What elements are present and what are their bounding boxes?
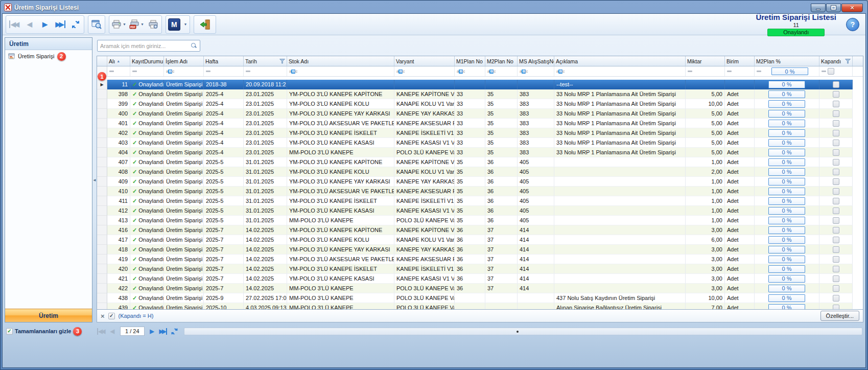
cell-kayit-durumu[interactable]: ✓Onaylandı (130, 206, 164, 216)
cell-ali[interactable]: 413 (107, 216, 130, 225)
row-indicator[interactable] (97, 187, 107, 196)
cell-birim[interactable]: Adet (725, 119, 755, 128)
cell-m2plan-no[interactable]: 35 (485, 109, 518, 119)
row-indicator[interactable] (97, 274, 107, 284)
cell-m1plan-no[interactable]: 36 (455, 255, 485, 264)
kapandi-checkbox[interactable] (833, 295, 839, 302)
cell-kapandi[interactable] (819, 216, 853, 225)
column-header-m2plan-pct[interactable]: M2Plan % (755, 56, 819, 66)
cell-kayit-durumu[interactable]: ✓Onaylandı (130, 89, 164, 99)
cell-tarih[interactable]: 14.02.2025 (244, 274, 287, 284)
cell-miktar[interactable]: 10,00 (686, 293, 725, 303)
cell-m1plan-no[interactable]: 36 (455, 245, 485, 255)
cell-kayit-durumu[interactable]: ✓Onaylandı (130, 187, 164, 196)
cell-varyant[interactable]: KANEPE KASASI V1 Vary (394, 206, 455, 216)
cell-hafta[interactable]: 2025-4 (204, 148, 244, 157)
cell-m2plan-pct[interactable]: 0 % (755, 119, 819, 128)
cell-islem-adi[interactable]: Üretim Siparişi (164, 148, 204, 157)
cell-miktar[interactable]: 5,00 (686, 119, 725, 128)
kapandi-checkbox[interactable] (833, 275, 839, 282)
cell-islem-adi[interactable]: Üretim Siparişi (164, 80, 204, 89)
cell-ms-alissatis-no[interactable]: 383 (518, 99, 554, 109)
cell-m2plan-no[interactable] (485, 293, 518, 303)
cell-ms-alissatis-no[interactable]: 405 (518, 216, 554, 225)
cell-islem-adi[interactable]: Üretim Siparişi (164, 157, 204, 167)
cell-kayit-durumu[interactable]: ✓Onaylandı (130, 148, 164, 157)
table-row[interactable]: 400✓OnaylandıÜretim Siparişi2025-423.01.… (97, 109, 853, 119)
cell-m2plan-pct[interactable]: 0 % (755, 138, 819, 148)
cell-hafta[interactable]: 2025-7 (204, 235, 244, 245)
cell-ali[interactable]: 408 (107, 167, 130, 177)
cell-varyant[interactable]: POLO 3LÜ KANEPE Vary (394, 148, 455, 157)
cell-hafta[interactable]: 2025-9 (204, 293, 244, 303)
cell-ali[interactable]: 419 (107, 255, 130, 264)
cell-kayit-durumu[interactable]: ✓Onaylandı (130, 157, 164, 167)
cell-miktar[interactable]: 1,00 (686, 206, 725, 216)
cell-ali[interactable]: 400 (107, 109, 130, 119)
cell-hafta[interactable]: 2025-5 (204, 177, 244, 187)
cell-aciklama[interactable]: 33 Nolu MRP 1 Planlamasına Ait Üretim Si… (554, 109, 686, 119)
cell-varyant[interactable]: KANEPE KAPİTONE V1 V (394, 157, 455, 167)
table-row[interactable]: 421✓OnaylandıÜretim Siparişi2025-714.02.… (97, 274, 853, 284)
cell-ali[interactable]: 418 (107, 245, 130, 255)
cell-miktar[interactable]: 1,00 (686, 216, 725, 225)
cell-aciklama[interactable]: 33 Nolu MRP 1 Planlamasına Ait Üretim Si… (554, 99, 686, 109)
pager-refresh-button[interactable] (170, 326, 180, 336)
cell-miktar[interactable]: 1,00 (686, 177, 725, 187)
cell-hafta[interactable]: 2025-5 (204, 196, 244, 206)
cell-birim[interactable]: Adet (725, 157, 755, 167)
help-button[interactable]: ? (846, 18, 859, 31)
kapandi-checkbox[interactable] (833, 101, 839, 107)
previous-record-button[interactable]: ◀ (22, 16, 37, 33)
cell-islem-adi[interactable]: Üretim Siparişi (164, 225, 204, 235)
cell-kapandi[interactable] (819, 109, 853, 119)
cell-m2plan-no[interactable]: 35 (485, 148, 518, 157)
cell-tarih[interactable]: 20.09.2018 11:2 (244, 80, 287, 89)
cell-kapandi[interactable] (819, 187, 853, 196)
cell-kapandi[interactable] (819, 235, 853, 245)
export-pdf-button[interactable]: PDF ▼ (128, 16, 146, 33)
cell-islem-adi[interactable]: Üretim Siparişi (164, 109, 204, 119)
row-indicator[interactable] (97, 196, 107, 206)
cell-aciklama[interactable] (554, 167, 686, 177)
cell-aciklama[interactable] (554, 177, 686, 187)
refresh-button[interactable] (68, 16, 83, 33)
cell-m2plan-pct[interactable]: 0 % (755, 293, 819, 303)
cell-m2plan-no[interactable]: 37 (485, 255, 518, 264)
cell-stok-adi[interactable]: YM-POLO 3'LÜ KANEPE KASASI (287, 206, 394, 216)
cell-birim[interactable]: Adet (725, 99, 755, 109)
cell-kapandi[interactable] (819, 157, 853, 167)
cell-varyant[interactable]: KANEPE İSKELETİ V1 Vaı (394, 128, 455, 138)
cell-m2plan-no[interactable]: 37 (485, 225, 518, 235)
cell-m1plan-no[interactable]: 33 (455, 119, 485, 128)
cell-kayit-durumu[interactable]: ✓Onaylandı (130, 80, 164, 89)
cell-m2plan-pct[interactable]: 0 % (755, 255, 819, 264)
cell-aciklama[interactable] (554, 264, 686, 274)
cell-varyant[interactable]: KANEPE AKSESUAR PAK (394, 119, 455, 128)
customize-button[interactable]: Özelleştir... (820, 311, 859, 321)
filter-funnel-icon[interactable] (279, 59, 285, 64)
cell-hafta[interactable]: 2025-7 (204, 245, 244, 255)
cell-islem-adi[interactable]: Üretim Siparişi (164, 284, 204, 293)
m-dropdown-button[interactable]: ▼ (182, 16, 189, 33)
column-header-kapandi[interactable]: Kapandı (819, 56, 853, 66)
cell-miktar[interactable]: 5,00 (686, 148, 725, 157)
table-row[interactable]: 439✓OnaylandıÜretim Siparişi2025-104.03.… (97, 303, 853, 309)
cell-m1plan-no[interactable] (455, 80, 485, 89)
cell-m2plan-no[interactable]: 35 (485, 89, 518, 99)
cell-varyant[interactable]: KANAPE KOLU V1 Varyaı (394, 235, 455, 245)
row-indicator[interactable] (97, 225, 107, 235)
cell-kapandi[interactable] (819, 225, 853, 235)
m-macro-button[interactable]: M (167, 16, 182, 33)
cell-kapandi[interactable] (819, 255, 853, 264)
cell-ms-alissatis-no[interactable] (518, 293, 554, 303)
row-indicator[interactable] (97, 119, 107, 128)
cell-m1plan-no[interactable]: 33 (455, 89, 485, 99)
cell-varyant[interactable]: KANEPE YAY KARKASI V (394, 177, 455, 187)
cell-ms-alissatis-no[interactable]: 405 (518, 187, 554, 196)
cell-tarih[interactable]: 14.02.2025 (244, 264, 287, 274)
row-indicator[interactable] (97, 284, 107, 293)
print-settings-button[interactable] (146, 16, 161, 33)
cell-islem-adi[interactable]: Üretim Siparişi (164, 167, 204, 177)
cell-m2plan-no[interactable]: 36 (485, 196, 518, 206)
